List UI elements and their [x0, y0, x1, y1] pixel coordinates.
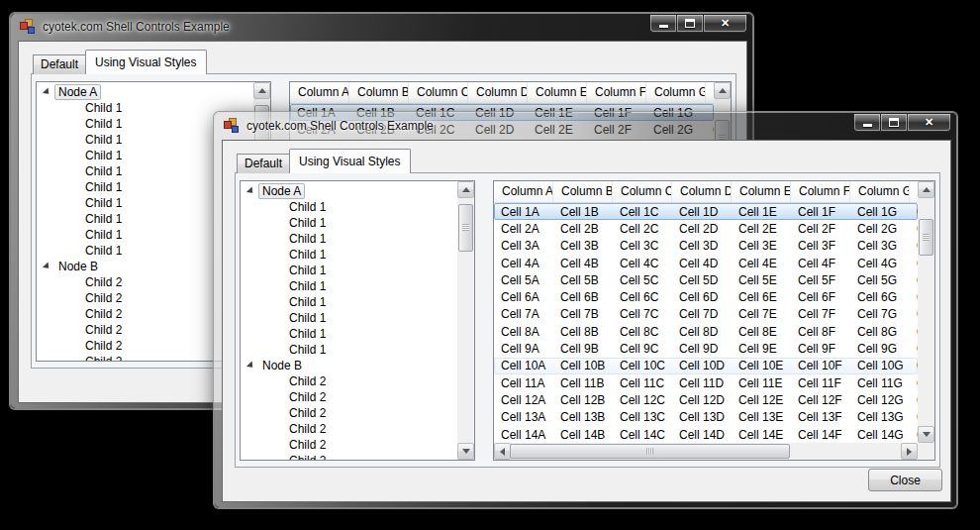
grid-cell[interactable]: C [911, 375, 918, 390]
maximize-button[interactable] [676, 14, 704, 33]
column-header[interactable]: Column A [290, 82, 349, 103]
grid-cell[interactable]: Cell 13A [495, 410, 554, 425]
grid-cell[interactable]: Cell 9B [554, 341, 614, 356]
grid-cell[interactable]: Cell 4B [554, 256, 614, 270]
column-header[interactable]: Column G [646, 82, 706, 103]
column-header[interactable]: Column E [732, 181, 791, 202]
grid-cell[interactable]: Cell 10B [554, 359, 614, 373]
grid-cell[interactable]: Cell 13F [792, 410, 851, 425]
scroll-down-button[interactable] [918, 426, 934, 443]
grid-cell[interactable]: Cell 6E [733, 289, 792, 304]
tree-node[interactable]: Child 1 [241, 247, 457, 263]
collapse-triangle-icon[interactable] [43, 262, 51, 270]
tree-node[interactable]: Child 1 [241, 278, 457, 294]
grid-cell[interactable]: Cell 13E [733, 410, 792, 425]
grid-row[interactable]: Cell 4ACell 4BCell 4CCell 4DCell 4ECell … [494, 255, 918, 271]
tab[interactable]: Default [237, 154, 290, 173]
grid-cell[interactable]: Cell 2D [673, 221, 733, 236]
grid-cell[interactable]: C [911, 256, 918, 270]
tree-node[interactable]: Child 1 [241, 326, 457, 342]
grid-cell[interactable]: Cell 5A [495, 272, 554, 287]
tree-node[interactable]: Child 1 [241, 294, 457, 310]
grid-row[interactable]: Cell 11ACell 11BCell 11CCell 11DCell 11E… [494, 374, 918, 391]
grid-cell[interactable]: Cell 12B [554, 392, 614, 407]
grid-cell[interactable]: Cell 7C [614, 307, 673, 322]
column-header[interactable]: Column F [791, 181, 850, 202]
grid-horizontal-scrollbar[interactable] [494, 443, 918, 460]
grid-cell[interactable]: Cell 8E [733, 324, 792, 339]
grid-cell[interactable]: Cell 12A [495, 392, 554, 407]
grid-cell[interactable]: Cell 5B [554, 272, 614, 287]
tab[interactable]: Using Visual Styles [289, 149, 411, 173]
grid-cell[interactable]: Cell 14D [673, 427, 733, 442]
grid-cell[interactable]: Cell 14B [554, 427, 614, 442]
grid-cell[interactable]: Cell 3A [495, 239, 554, 254]
grid-cell[interactable]: Cell 8A [495, 324, 554, 339]
grid-cell[interactable]: Cell 7E [733, 307, 792, 322]
minimize-button[interactable] [649, 14, 677, 33]
grid-cell[interactable]: Cell 9G [851, 341, 911, 356]
titlebar[interactable]: cyotek.com Shell Controls Example [214, 112, 957, 140]
grid-cell[interactable]: Cell 6G [851, 289, 911, 304]
grid-cell[interactable]: Cell 7G [851, 307, 911, 322]
column-header[interactable]: Column F [587, 82, 646, 103]
grid-cell[interactable]: Cell 11F [792, 375, 851, 390]
grid-cell[interactable]: Cell 14G [851, 427, 911, 442]
grid-cell[interactable]: Cell 4A [495, 256, 554, 270]
grid-row[interactable]: Cell 5ACell 5BCell 5CCell 5DCell 5ECell … [494, 271, 918, 288]
grid-cell[interactable]: Cell 6D [673, 289, 733, 304]
grid-row[interactable]: Cell 6ACell 6BCell 6CCell 6DCell 6ECell … [494, 288, 918, 305]
grid-cell[interactable]: Cell 9C [614, 341, 673, 356]
grid-cell[interactable]: Cell 10G [851, 359, 911, 373]
grid-cell[interactable]: Cell 5F [792, 272, 851, 287]
grid-cell[interactable]: Cell 8C [614, 324, 673, 339]
grid-row[interactable]: Cell 3ACell 3BCell 3CCell 3DCell 3ECell … [494, 238, 918, 255]
grid-cell[interactable]: Cell 8G [851, 324, 911, 339]
grid-cell[interactable]: C [911, 272, 918, 287]
grid-cell[interactable]: Cell 14C [614, 427, 673, 442]
grid-cell[interactable]: Cell 8B [554, 324, 614, 339]
grid-cell[interactable]: Cell 5G [851, 272, 911, 287]
grid-cell[interactable]: Cell 1C [614, 204, 673, 219]
tree-node[interactable]: Child 2 [241, 389, 457, 405]
minimize-button[interactable] [853, 113, 881, 132]
grid-cell[interactable]: Cell 11D [673, 375, 733, 390]
scroll-up-button[interactable] [714, 82, 731, 99]
tree-node[interactable]: Child 1 [241, 231, 457, 247]
grid-cell[interactable]: Cell 2E [733, 221, 792, 236]
grid-cell[interactable]: Cell 1A [495, 204, 554, 219]
grid-row[interactable]: Cell 14ACell 14BCell 14CCell 14DCell 14E… [494, 426, 918, 443]
grid-row[interactable]: Cell 9ACell 9BCell 9CCell 9DCell 9ECell … [494, 340, 918, 357]
grid-cell[interactable]: Cell 9E [733, 341, 792, 356]
grid-cell[interactable]: Cell 12D [673, 392, 733, 407]
grid-cell[interactable]: Cell 3D [673, 239, 733, 254]
grid-cell[interactable]: Cell 14F [792, 427, 851, 442]
grid-cell[interactable]: Cell 5E [733, 272, 792, 287]
grid-cell[interactable]: Cell 3G [851, 239, 911, 254]
grid-cell[interactable]: C [911, 289, 918, 304]
grid-cell[interactable]: C [911, 324, 918, 339]
column-header[interactable]: C [910, 181, 918, 202]
grid-row[interactable]: Cell 8ACell 8BCell 8CCell 8DCell 8ECell … [494, 323, 918, 340]
grid-row[interactable]: Cell 13ACell 13BCell 13CCell 13DCell 13E… [494, 409, 918, 426]
grid-cell[interactable]: Cell 10C [614, 359, 673, 373]
titlebar[interactable]: cyotek.com Shell Controls Example [10, 13, 753, 41]
tree-node[interactable]: Child 2 [241, 421, 457, 437]
column-header[interactable]: Column B [553, 181, 613, 202]
close-window-button[interactable]: ✕ [907, 113, 951, 132]
grid-cell[interactable]: Cell 4D [673, 256, 733, 270]
grid-cell[interactable]: C [911, 392, 918, 407]
grid-cell[interactable]: Cell 7F [792, 307, 851, 322]
grid-cell[interactable]: C [911, 341, 918, 356]
grid-cell[interactable]: Cell 6A [495, 289, 554, 304]
grid-cell[interactable]: Cell 3B [554, 239, 614, 254]
grid-cell[interactable]: Cell 7D [673, 307, 733, 322]
grid-cell[interactable]: Cell 2G [851, 221, 911, 236]
scroll-up-button[interactable] [918, 181, 934, 198]
grid-cell[interactable]: Cell 10E [733, 359, 792, 373]
grid-row[interactable]: Cell 2ACell 2BCell 2CCell 2DCell 2ECell … [494, 220, 918, 237]
tree-vertical-scrollbar[interactable] [457, 181, 474, 460]
collapse-triangle-icon[interactable] [43, 87, 51, 96]
grid-cell[interactable]: Cell 12G [851, 392, 911, 407]
grid-cell[interactable]: Cell 9D [673, 341, 733, 356]
